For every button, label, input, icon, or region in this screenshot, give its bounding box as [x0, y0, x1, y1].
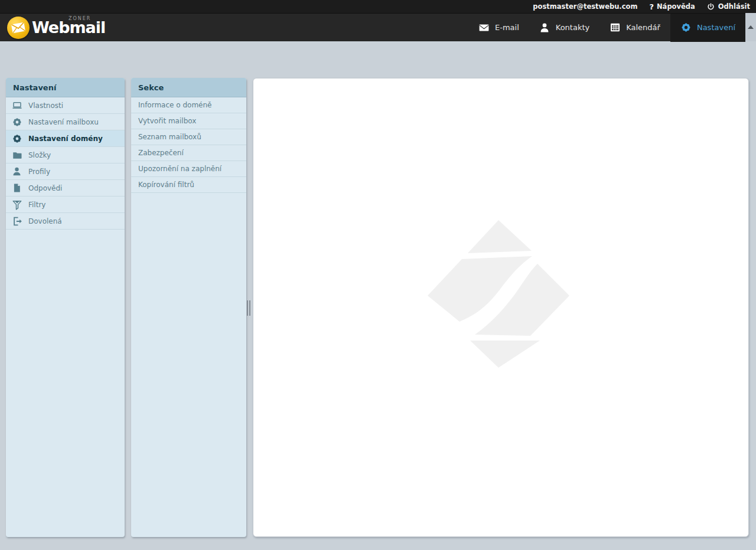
gear-icon — [11, 133, 22, 144]
sidebar-item-vlastnosti[interactable]: Vlastnosti — [6, 97, 125, 114]
webmail-app: { "topbar": { "user_email": "postmaster@… — [0, 0, 756, 550]
brand-sub: ZONER — [69, 16, 91, 21]
folder-icon — [11, 149, 22, 161]
nav-label: E-mail — [495, 23, 519, 32]
settings-panel-title: Nastavení — [6, 78, 125, 97]
header-bar: Webmail ZONER E-mail Kontakty — [0, 13, 756, 41]
laptop-icon — [11, 100, 22, 111]
collapse-header-button[interactable] — [745, 13, 756, 41]
section-item-kopirovani-filtru[interactable]: Kopírování filtrů — [131, 177, 246, 193]
document-icon — [11, 182, 22, 194]
nav-label: Kontakty — [556, 23, 589, 32]
webmail-logo[interactable]: Webmail ZONER — [0, 17, 105, 39]
help-link[interactable]: ? Nápověda — [649, 2, 695, 11]
logout-link[interactable]: Odhlásit — [707, 2, 750, 11]
sidebar-item-filtry[interactable]: Filtry — [6, 197, 125, 213]
sidebar-item-label: Filtry — [28, 201, 45, 209]
sidebar-item-label: Dovolená — [28, 217, 62, 225]
sections-panel: Sekce Informace o doméně Vytvořit mailbo… — [131, 78, 246, 537]
envelope-logo-icon — [7, 17, 30, 39]
sidebar-item-label: Profily — [28, 168, 50, 176]
gear-icon — [680, 22, 692, 33]
logout-label: Odhlásit — [718, 2, 750, 11]
sections-panel-title: Sekce — [131, 78, 246, 97]
exit-icon — [11, 215, 22, 227]
sidebar-item-label: Nastavení domény — [28, 135, 103, 143]
nav-settings[interactable]: Nastavení — [670, 14, 745, 42]
funnel-icon — [11, 199, 22, 210]
topbar: postmaster@testwebu.com ? Nápověda Odhlá… — [0, 0, 756, 13]
zoner-watermark-icon — [428, 219, 569, 371]
sidebar-item-slozky[interactable]: Složky — [6, 147, 125, 163]
nav-contacts[interactable]: Kontakty — [529, 14, 599, 42]
section-item-informace-o-domene[interactable]: Informace o doméně — [131, 97, 246, 113]
nav-email[interactable]: E-mail — [468, 14, 529, 42]
section-item-vytvorit-mailbox[interactable]: Vytvořit mailbox — [131, 113, 246, 129]
sidebar-item-nastaveni-mailboxu[interactable]: Nastavení mailboxu — [6, 114, 125, 130]
gear-icon — [11, 116, 22, 127]
question-icon: ? — [649, 2, 654, 11]
calendar-icon — [610, 22, 621, 33]
nav-calendar[interactable]: Kalendář — [599, 14, 670, 42]
sidebar-item-dovolena[interactable]: Dovolená — [6, 213, 125, 230]
sidebar-item-nastaveni-domeny[interactable]: Nastavení domény — [6, 130, 125, 147]
panel-splitter-handle[interactable] — [247, 300, 252, 316]
sidebar-item-label: Vlastnosti — [28, 102, 63, 110]
sidebar-item-odpovedi[interactable]: Odpovědi — [6, 180, 125, 197]
content-panel — [253, 78, 749, 537]
settings-panel: Nastavení Vlastnosti Nastavení mailboxu — [6, 78, 125, 537]
chevron-up-icon — [748, 25, 754, 29]
nav-label: Kalendář — [626, 23, 660, 32]
person-icon — [11, 166, 22, 177]
nav-label: Nastavení — [697, 23, 735, 32]
person-icon — [539, 22, 550, 33]
sidebar-item-label: Složky — [28, 151, 51, 159]
section-item-zabezpeceni[interactable]: Zabezpečení — [131, 145, 246, 161]
main-nav: E-mail Kontakty — [468, 14, 745, 42]
section-item-seznam-mailboxu[interactable]: Seznam mailboxů — [131, 129, 246, 145]
help-label: Nápověda — [657, 2, 695, 11]
sidebar-item-profily[interactable]: Profily — [6, 163, 125, 180]
sidebar-item-label: Nastavení mailboxu — [28, 118, 99, 126]
section-item-upozorneni-na-zaplneni[interactable]: Upozornění na zaplnění — [131, 161, 246, 177]
envelope-icon — [478, 22, 490, 33]
user-email: postmaster@testwebu.com — [533, 2, 637, 11]
sidebar-item-label: Odpovědi — [28, 184, 62, 192]
power-icon — [707, 2, 715, 11]
